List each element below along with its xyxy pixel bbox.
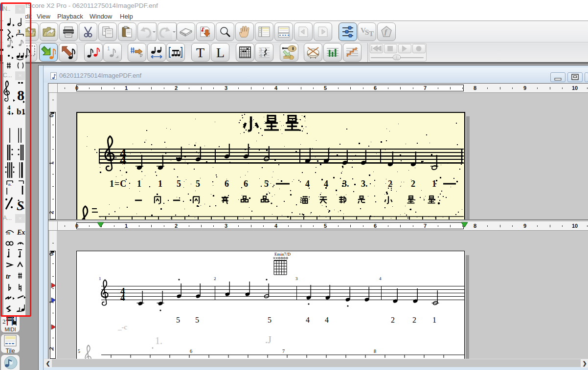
svg-text:1: 1 [158,179,162,189]
svg-text:2: 2 [214,276,216,281]
svg-text:8: 8 [374,348,376,354]
svg-text:2: 2 [412,316,416,324]
svg-text:4: 4 [306,316,310,324]
svg-text:5: 5 [264,179,269,189]
svg-text:_-c: _-c [117,323,127,331]
svg-text:6: 6 [244,179,248,189]
svg-text:1: 1 [137,179,141,189]
svg-text:5: 5 [196,179,200,189]
svg-text:3: 3 [295,276,298,281]
svg-text:2: 2 [2,318,6,325]
svg-text:5: 5 [177,179,181,189]
svg-text:L: L [216,46,225,59]
svg-text:4: 4 [259,52,262,58]
svg-text:.J: .J [265,334,271,345]
svg-text:1: 1 [99,276,101,281]
svg-text:6: 6 [190,348,192,354]
svg-text:4: 4 [305,179,310,189]
svg-text:5: 5 [176,316,180,324]
svg-text:7: 7 [282,348,285,354]
svg-text:2: 2 [411,179,415,189]
svg-text:Emin7/D: Emin7/D [274,252,291,257]
svg-text:4: 4 [120,292,125,303]
svg-text:5: 5 [78,348,80,354]
svg-text:6: 6 [225,179,229,189]
svg-text:1: 1 [107,46,110,51]
svg-text:T: T [369,30,374,38]
svg-text:T: T [196,46,204,59]
svg-text:4: 4 [379,276,382,281]
svg-text:5: 5 [268,316,271,324]
svg-text:5: 5 [195,316,199,324]
svg-text:1: 1 [432,316,436,324]
svg-text:4: 4 [325,316,329,324]
svg-text:1.: 1. [155,335,162,346]
svg-text:4: 4 [120,153,126,167]
svg-text:2: 2 [391,316,395,324]
svg-text:3.: 3. [361,179,368,189]
